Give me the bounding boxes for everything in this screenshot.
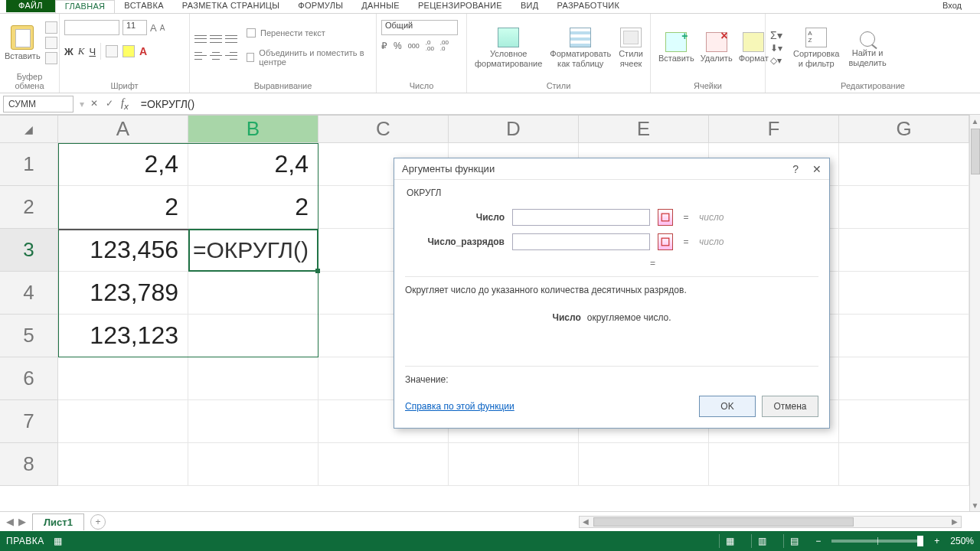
wrap-text-button[interactable]: Перенести текст — [260, 28, 325, 37]
italic-button[interactable]: К — [78, 45, 85, 57]
autosum-icon[interactable]: Σ▾ — [770, 29, 782, 41]
tab-file[interactable]: ФАЙЛ — [6, 0, 55, 12]
decrease-font-icon[interactable]: A — [160, 24, 165, 32]
page-break-view-icon[interactable]: ▤ — [783, 534, 805, 548]
font-name-select[interactable] — [64, 20, 119, 35]
bold-button[interactable]: Ж — [64, 46, 74, 57]
insert-cells-button[interactable]: Вставить — [655, 31, 697, 64]
add-sheet-button[interactable]: + — [90, 514, 106, 530]
ok-button[interactable]: OK — [699, 396, 756, 417]
tab-developer[interactable]: РАЗРАБОТЧИК — [547, 0, 629, 12]
row-header-8[interactable]: 8 — [0, 443, 58, 486]
cell-styles-button[interactable]: Стили ячеек — [616, 26, 646, 69]
cell-B3[interactable]: =ОКРУГЛ() — [188, 229, 318, 272]
vscroll-thumb[interactable] — [971, 129, 980, 174]
zoom-level[interactable]: 250% — [950, 536, 974, 546]
tab-insert[interactable]: ВСТАВКА — [115, 0, 172, 12]
zoom-in-icon[interactable]: + — [934, 536, 939, 546]
row-header-7[interactable]: 7 — [0, 400, 58, 443]
tab-review[interactable]: РЕЦЕНЗИРОВАНИЕ — [409, 0, 511, 12]
col-header-G[interactable]: G — [839, 116, 969, 143]
border-button[interactable] — [106, 45, 118, 57]
arg1-ref-button[interactable] — [658, 209, 673, 226]
cell-A4[interactable]: 123,789 — [58, 272, 188, 315]
col-header-C[interactable]: C — [318, 116, 449, 143]
conditional-formatting-button[interactable]: Условное форматирование — [472, 26, 545, 69]
merge-icon[interactable] — [247, 53, 254, 62]
align-top-icon[interactable] — [194, 34, 207, 44]
sort-filter-button[interactable]: Сортировка и фильтр — [790, 26, 842, 69]
name-box[interactable]: СУММ — [3, 96, 74, 112]
function-help-link[interactable]: Справка по этой функции — [405, 401, 514, 412]
align-bottom-icon[interactable] — [225, 34, 237, 44]
copy-icon[interactable] — [45, 37, 57, 49]
font-color-button[interactable]: A — [139, 45, 147, 57]
cell-B1[interactable]: 2,4 — [188, 143, 318, 186]
fill-color-button[interactable] — [122, 45, 135, 57]
tab-formulas[interactable]: ФОРМУЛЫ — [289, 0, 352, 12]
sheet-tab-1[interactable]: Лист1 — [32, 514, 84, 530]
col-header-E[interactable]: E — [579, 116, 709, 143]
vertical-scrollbar[interactable]: ▲ ▼ — [969, 115, 980, 511]
increase-decimal-button[interactable]: ,0.00 — [426, 40, 434, 52]
col-header-A[interactable]: A — [58, 116, 188, 143]
percent-button[interactable]: % — [394, 41, 402, 51]
tab-home[interactable]: ГЛАВНАЯ — [55, 0, 116, 13]
number-format-select[interactable]: Общий — [381, 20, 458, 35]
row-header-1[interactable]: 1 — [0, 143, 58, 186]
scroll-up-icon[interactable]: ▲ — [970, 115, 980, 127]
cancel-formula-icon[interactable]: ✕ — [90, 98, 98, 109]
underline-button[interactable]: Ч — [89, 46, 96, 57]
merge-center-button[interactable]: Объединить и поместить в центре — [259, 48, 371, 67]
decrease-decimal-button[interactable]: ,00.0 — [440, 40, 449, 52]
arg1-input[interactable] — [512, 209, 650, 226]
normal-view-icon[interactable]: ▦ — [719, 534, 740, 548]
cell-A2[interactable]: 2 — [58, 186, 188, 229]
formula-input[interactable]: =ОКРУГЛ() — [135, 96, 977, 112]
paste-icon[interactable] — [11, 25, 34, 50]
font-size-select[interactable]: 11 — [122, 20, 147, 35]
row-header-3[interactable]: 3 — [0, 229, 58, 272]
hscroll-left-icon[interactable]: ◀ — [580, 517, 592, 527]
macro-record-icon[interactable]: ▦ — [54, 536, 62, 546]
cell-A5[interactable]: 123,123 — [58, 315, 188, 357]
sheet-nav-prev-icon[interactable]: ◀ — [6, 516, 14, 527]
row-header-2[interactable]: 2 — [0, 186, 58, 229]
align-right-icon[interactable] — [225, 51, 237, 61]
insert-function-icon[interactable]: fx — [121, 97, 129, 111]
sheet-nav-next-icon[interactable]: ▶ — [18, 516, 26, 527]
close-icon[interactable]: ✕ — [812, 163, 822, 175]
fill-icon[interactable]: ⬇▾ — [770, 43, 782, 54]
format-as-table-button[interactable]: Форматировать как таблицу — [547, 26, 614, 69]
row-header-5[interactable]: 5 — [0, 315, 58, 357]
align-middle-icon[interactable] — [210, 34, 222, 44]
col-header-F[interactable]: F — [709, 116, 839, 143]
hscroll-right-icon[interactable]: ▶ — [949, 517, 961, 527]
page-layout-view-icon[interactable]: ▥ — [751, 534, 773, 548]
hscroll-thumb[interactable] — [593, 517, 854, 527]
clear-icon[interactable]: ◇▾ — [770, 55, 782, 66]
arg2-input[interactable] — [512, 233, 650, 250]
col-header-D[interactable]: D — [449, 116, 579, 143]
cell-A3[interactable]: 123,456 — [58, 229, 188, 272]
tab-page-layout[interactable]: РАЗМЕТКА СТРАНИЦЫ — [173, 0, 289, 12]
cut-icon[interactable] — [45, 21, 57, 34]
tab-view[interactable]: ВИД — [511, 0, 548, 12]
col-header-B[interactable]: B — [188, 116, 318, 143]
help-icon[interactable]: ? — [792, 163, 799, 175]
cell-B2[interactable]: 2 — [188, 186, 318, 229]
wrap-text-icon[interactable] — [247, 28, 256, 37]
currency-icon[interactable]: ₽ — [381, 41, 387, 51]
horizontal-scrollbar[interactable]: ◀ ▶ — [579, 516, 962, 528]
zoom-out-icon[interactable]: − — [815, 536, 821, 546]
sign-in-link[interactable]: Вход — [942, 0, 962, 10]
select-all-corner[interactable]: ◢ — [0, 116, 58, 143]
delete-cells-button[interactable]: Удалить — [697, 31, 736, 64]
scroll-down-icon[interactable]: ▼ — [970, 499, 980, 511]
format-painter-icon[interactable] — [45, 52, 57, 64]
arg2-ref-button[interactable] — [658, 233, 673, 250]
comma-button[interactable]: 000 — [408, 42, 420, 50]
align-left-icon[interactable] — [194, 51, 207, 61]
accept-formula-icon[interactable]: ✓ — [106, 98, 113, 109]
row-header-6[interactable]: 6 — [0, 357, 58, 400]
